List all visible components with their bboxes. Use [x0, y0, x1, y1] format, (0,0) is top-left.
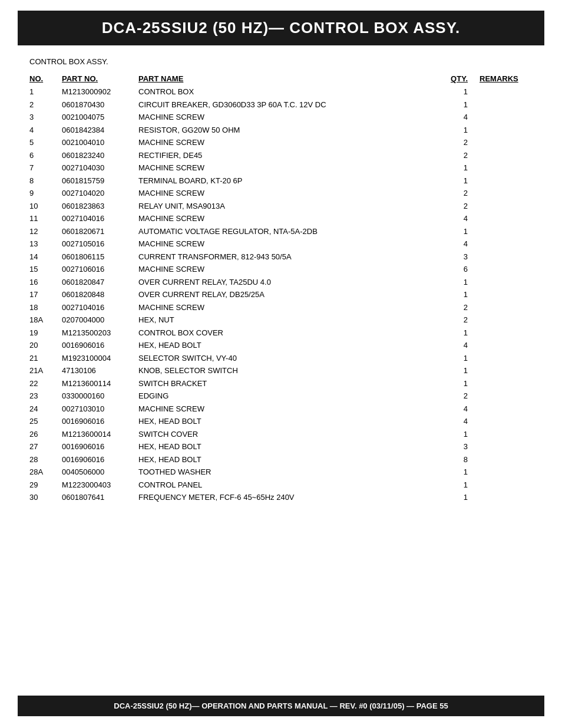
table-row: 60601823240RECTIFIER, DE452 [29, 149, 533, 162]
cell-qty: 1 [444, 174, 474, 187]
cell-remarks [474, 339, 533, 352]
cell-partname: CURRENT TRANSFORMER, 812-943 50/5A [138, 251, 444, 263]
cell-partno: 0601842384 [62, 124, 138, 137]
cell-qty: 2 [444, 301, 474, 314]
cell-no: 11 [29, 212, 62, 225]
cell-partno: 47130106 [62, 364, 138, 377]
cell-no: 21 [29, 352, 62, 365]
cell-partname: MACHINE SCREW [138, 403, 444, 416]
cell-qty: 4 [444, 238, 474, 251]
table-row: 200016906016HEX, HEAD BOLT4 [29, 339, 533, 352]
cell-qty: 1 [444, 225, 474, 238]
cell-qty: 2 [444, 187, 474, 200]
col-header-no: NO. [29, 73, 62, 85]
cell-no: 15 [29, 263, 62, 276]
cell-qty: 1 [444, 491, 474, 504]
cell-remarks [474, 98, 533, 111]
cell-qty: 2 [444, 149, 474, 162]
cell-partno: 0016906016 [62, 415, 138, 428]
cell-remarks [474, 390, 533, 403]
cell-partname: CONTROL PANEL [138, 479, 444, 492]
cell-no: 17 [29, 288, 62, 301]
cell-qty: 1 [444, 98, 474, 111]
table-row: 50021004010MACHINE SCREW2 [29, 136, 533, 149]
table-row: 140601806115CURRENT TRANSFORMER, 812-943… [29, 251, 533, 263]
cell-qty: 4 [444, 403, 474, 416]
cell-qty: 1 [444, 428, 474, 441]
cell-partno: 0601820848 [62, 288, 138, 301]
cell-no: 28A [29, 466, 62, 479]
cell-remarks [474, 403, 533, 416]
cell-remarks [474, 377, 533, 390]
cell-no: 22 [29, 377, 62, 390]
cell-partname: MACHINE SCREW [138, 162, 444, 174]
cell-partname: HEX, HEAD BOLT [138, 440, 444, 453]
cell-partno: M1213600114 [62, 377, 138, 390]
table-row: 130027105016MACHINE SCREW4 [29, 238, 533, 251]
cell-remarks [474, 415, 533, 428]
cell-qty: 1 [444, 85, 474, 98]
cell-remarks [474, 288, 533, 301]
cell-no: 14 [29, 251, 62, 263]
cell-remarks [474, 440, 533, 453]
cell-partname: OVER CURRENT RELAY, DB25/25A [138, 288, 444, 301]
cell-partno: 0601820671 [62, 225, 138, 238]
cell-qty: 6 [444, 263, 474, 276]
cell-partname: RELAY UNIT, MSA9013A [138, 200, 444, 213]
col-header-qty: QTY. [444, 73, 474, 85]
cell-remarks [474, 327, 533, 340]
cell-qty: 3 [444, 251, 474, 263]
cell-no: 29 [29, 479, 62, 492]
cell-partname: RECTIFIER, DE45 [138, 149, 444, 162]
table-header-row: NO. PART NO. PART NAME QTY. REMARKS [29, 73, 533, 85]
cell-remarks [474, 225, 533, 238]
cell-no: 2 [29, 98, 62, 111]
cell-partno: 0027104030 [62, 162, 138, 174]
cell-partno: 0601806115 [62, 251, 138, 263]
cell-no: 13 [29, 238, 62, 251]
cell-remarks [474, 428, 533, 441]
cell-remarks [474, 149, 533, 162]
cell-partno: 0027105016 [62, 238, 138, 251]
cell-qty: 4 [444, 111, 474, 124]
cell-no: 25 [29, 415, 62, 428]
footer-text: DCA-25SSIU2 (50 HZ)— OPERATION AND PARTS… [114, 701, 448, 710]
cell-remarks [474, 187, 533, 200]
col-header-partno: PART NO. [62, 73, 138, 85]
cell-remarks [474, 479, 533, 492]
cell-no: 21A [29, 364, 62, 377]
cell-partname: MACHINE SCREW [138, 263, 444, 276]
cell-remarks [474, 124, 533, 137]
table-row: 29M1223000403CONTROL PANEL1 [29, 479, 533, 492]
table-row: 21A47130106KNOB, SELECTOR SWITCH1 [29, 364, 533, 377]
cell-no: 12 [29, 225, 62, 238]
cell-qty: 2 [444, 390, 474, 403]
cell-partno: 0027106016 [62, 263, 138, 276]
cell-partname: KNOB, SELECTOR SWITCH [138, 364, 444, 377]
cell-no: 8 [29, 174, 62, 187]
cell-remarks [474, 352, 533, 365]
table-row: 90027104020MACHINE SCREW2 [29, 187, 533, 200]
cell-no: 6 [29, 149, 62, 162]
table-row: 110027104016MACHINE SCREW4 [29, 212, 533, 225]
table-row: 120601820671AUTOMATIC VOLTAGE REGULATOR,… [29, 225, 533, 238]
cell-partname: MACHINE SCREW [138, 212, 444, 225]
cell-qty: 1 [444, 466, 474, 479]
cell-qty: 8 [444, 453, 474, 466]
cell-partname: EDGING [138, 390, 444, 403]
cell-no: 28 [29, 453, 62, 466]
cell-no: 5 [29, 136, 62, 149]
cell-partname: SWITCH COVER [138, 428, 444, 441]
cell-partno: M1213500203 [62, 327, 138, 340]
cell-partno: 0021004075 [62, 111, 138, 124]
cell-remarks [474, 466, 533, 479]
cell-partname: RESISTOR, GG20W 50 OHM [138, 124, 444, 137]
cell-partno: 0016906016 [62, 339, 138, 352]
cell-qty: 4 [444, 212, 474, 225]
cell-no: 19 [29, 327, 62, 340]
cell-no: 16 [29, 276, 62, 289]
cell-partno: 0601807641 [62, 491, 138, 504]
footer-bar: DCA-25SSIU2 (50 HZ)— OPERATION AND PARTS… [18, 696, 544, 716]
cell-remarks [474, 136, 533, 149]
page-container: DCA-25SSIU2 (50 HZ)— CONTROL BOX ASSY. C… [0, 0, 562, 728]
